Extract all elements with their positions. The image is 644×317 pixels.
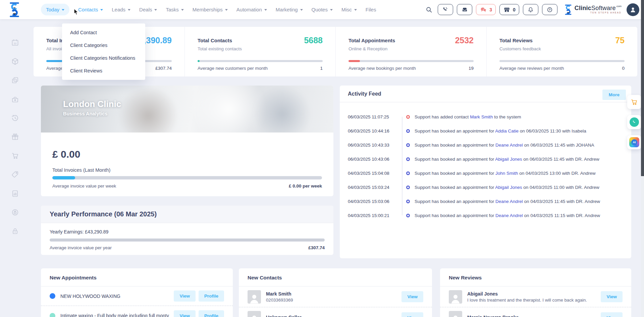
activity-feed-list: 06/03/2025 11:07:25 Support has added co… (340, 102, 631, 222)
app-logo-icon[interactable] (8, 2, 21, 19)
nav-item-files[interactable]: Files (366, 7, 376, 12)
contact-link[interactable]: Abigail Jones (495, 185, 522, 190)
review-text: I love this treatment and the therapist.… (467, 298, 598, 303)
person-icon (249, 314, 260, 317)
inbox-button[interactable] (457, 4, 472, 15)
nav-item-deals[interactable]: Deals (139, 7, 157, 12)
view-button[interactable]: View (174, 290, 196, 302)
nav-item-leads[interactable]: Leads (112, 7, 130, 12)
review-row: Marcia Navarro Brooks View (440, 307, 631, 317)
view-button[interactable]: View (174, 310, 196, 317)
contact-link[interactable]: Abigail Jones (495, 157, 522, 162)
help-icon: ? (546, 6, 553, 13)
chevron-down-icon (354, 9, 357, 12)
feed-entry: 04/03/2025 15:00:21 Support has booked a… (348, 208, 623, 222)
floating-ai-button[interactable]: AI (627, 135, 641, 149)
store-count-badge: 0 (513, 7, 516, 12)
contact-row: Unknown Caller View (239, 307, 432, 317)
contact-link[interactable]: Addia Catie (495, 128, 519, 134)
bell-icon (527, 6, 534, 13)
contact-link[interactable]: Deane Andrel (495, 213, 523, 218)
brand-name: ClinicSoftware (575, 5, 616, 11)
stat-card-total-appointments: Total Appointments Online & Reception 25… (335, 27, 486, 77)
progress-bar (348, 60, 474, 62)
store-icon (503, 6, 511, 13)
tag-icon[interactable] (11, 170, 19, 178)
inbox-icon (461, 6, 468, 13)
notifications-button[interactable] (523, 4, 538, 15)
chevron-down-icon (264, 9, 267, 12)
brand-tagline: TEN STEPS AHEAD (575, 12, 622, 14)
cart-icon[interactable] (11, 152, 19, 160)
dropdown-item-client-reviews[interactable]: Client Reviews (62, 64, 145, 77)
more-button[interactable]: More (602, 90, 626, 100)
package-icon[interactable] (11, 57, 19, 65)
history-icon[interactable] (11, 114, 19, 122)
dropdown-item-client-categories-notifications[interactable]: Client Categories Notifications (62, 52, 145, 64)
view-button[interactable]: View (601, 312, 623, 317)
left-icon-rail: 12 (0, 19, 30, 317)
order-in-icon[interactable] (11, 95, 19, 103)
floating-cart-button[interactable] (627, 95, 641, 109)
nav-item-misc[interactable]: Misc (341, 7, 357, 12)
activity-feed-card: Activity Feed More 06/03/2025 11:07:25 S… (340, 86, 631, 258)
progress-bar (198, 60, 323, 62)
view-button[interactable]: View (601, 291, 623, 302)
help-button[interactable]: ? (542, 4, 557, 15)
view-button[interactable]: View (401, 312, 423, 317)
person-icon (450, 293, 461, 304)
feed-entry: 06/03/2025 10:43:33 Support has booked a… (348, 138, 623, 152)
lock-icon[interactable] (11, 227, 19, 235)
chat-button[interactable]: 3 (476, 4, 496, 15)
new-appointments-card: New Appointments NEW HOLYWOOD WAXING Vie… (41, 268, 233, 317)
avatar (248, 311, 261, 317)
report-icon[interactable] (11, 190, 19, 198)
nav-item-memberships[interactable]: Memberships (193, 7, 228, 12)
profile-button[interactable]: Profile (199, 290, 224, 302)
gift-icon[interactable] (11, 133, 19, 141)
scrollbar-thumb[interactable] (641, 0, 644, 176)
nav-item-today[interactable]: Today (41, 4, 69, 15)
timeline-dot (406, 186, 410, 189)
chevron-down-icon (154, 9, 157, 12)
dropdown-item-add-contact[interactable]: Add Contact (62, 26, 145, 39)
cart-icon (630, 98, 638, 106)
contact-row: Mark Smith 02033693369 View (239, 286, 432, 307)
progress-bar (52, 176, 322, 179)
user-avatar[interactable] (627, 3, 639, 16)
feed-entry: 06/03/2025 10:44:16 Support has booked a… (348, 124, 623, 138)
floating-phone-button[interactable] (627, 115, 641, 129)
clinic-name: London Clinic (63, 99, 121, 109)
contact-link[interactable]: Mark Smith (470, 114, 493, 119)
store-button[interactable]: 0 (499, 4, 519, 15)
nav-item-tasks[interactable]: Tasks (166, 7, 183, 12)
dropdown-item-client-categories[interactable]: Client Categories (62, 39, 145, 52)
avatar (248, 290, 261, 304)
contact-link[interactable]: John Smith (495, 171, 518, 176)
stat-value: 75 (615, 36, 625, 45)
phone-button[interactable] (438, 4, 453, 15)
business-analytics-card: London Clinic Business Analytics £ 0.00 … (41, 86, 333, 196)
profile-button[interactable]: Profile (199, 310, 224, 317)
nav-item-marketing[interactable]: Marketing (276, 7, 303, 12)
chevron-down-icon (330, 9, 333, 12)
avatar (449, 290, 462, 304)
calendar-icon[interactable]: 12 (11, 39, 19, 47)
ai-icon: AI (629, 137, 639, 147)
view-button[interactable]: View (401, 291, 423, 302)
nav-item-contacts[interactable]: Contacts (78, 7, 103, 12)
copy-icon[interactable] (11, 76, 19, 84)
clinicsoftware-logo[interactable]: ClinicSoftware.com TEN STEPS AHEAD (564, 4, 622, 15)
invoices-label: Total Invoices (Last Month) (52, 167, 322, 173)
timeline-dot (406, 171, 410, 175)
contacts-dropdown-menu: Add Contact Client Categories Client Cat… (62, 23, 145, 80)
privacy-icon[interactable] (11, 208, 19, 216)
search-icon[interactable] (425, 6, 433, 13)
nav-item-automation[interactable]: Automation (236, 7, 267, 12)
contact-link[interactable]: Deane Andrel (495, 143, 523, 148)
new-reviews-card: New Reviews Abigail Jones I love this tr… (440, 268, 631, 317)
contact-link[interactable]: Deane Andrel (495, 199, 523, 204)
clinic-banner-photo: London Clinic Business Analytics (41, 86, 333, 133)
nav-item-quotes[interactable]: Quotes (312, 7, 333, 12)
scrollbar[interactable] (641, 0, 644, 317)
